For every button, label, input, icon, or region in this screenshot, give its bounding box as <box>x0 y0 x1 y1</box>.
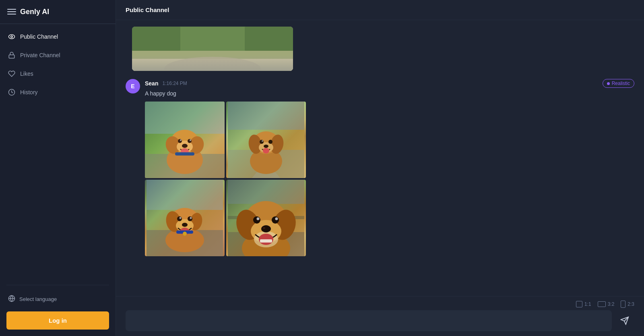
sidebar-item-label: Private Channel <box>20 52 60 58</box>
svg-point-48 <box>188 216 192 221</box>
svg-point-66 <box>272 216 279 224</box>
sidebar-item-likes[interactable]: Likes <box>0 64 116 83</box>
send-icon <box>620 316 629 325</box>
main-content: Public Channel E <box>116 0 644 336</box>
svg-rect-6 <box>132 51 293 71</box>
svg-point-23 <box>182 144 188 148</box>
svg-rect-10 <box>245 27 293 51</box>
message-time: 1:16:24 PM <box>162 81 187 86</box>
app-title: Genly AI <box>20 8 49 16</box>
svg-point-51 <box>182 223 188 227</box>
select-language-label: Select language <box>19 296 57 302</box>
message-item: E Sean 1:16:24 PM Realistic A happy dog <box>126 79 634 256</box>
sidebar-item-label: History <box>20 89 38 95</box>
menu-icon[interactable] <box>7 7 16 16</box>
lock-icon <box>8 52 15 59</box>
svg-rect-72 <box>260 239 272 243</box>
ratio-2-3-icon <box>621 301 625 308</box>
message-body: Sean 1:16:24 PM Realistic A happy dog <box>145 79 634 256</box>
svg-rect-40 <box>147 180 223 210</box>
realistic-badge: Realistic <box>603 79 634 88</box>
svg-rect-25 <box>175 152 194 156</box>
language-icon <box>8 295 15 303</box>
ratio-2-3[interactable]: 2:3 <box>621 301 634 308</box>
dog-image-3[interactable] <box>145 180 225 256</box>
svg-rect-7 <box>132 59 293 71</box>
svg-point-50 <box>190 217 192 219</box>
eye-icon <box>8 33 15 40</box>
input-row <box>126 310 634 336</box>
svg-rect-12 <box>145 102 225 134</box>
top-partial-image <box>132 27 293 71</box>
svg-point-20 <box>188 139 192 143</box>
ratio-3-2[interactable]: 3:2 <box>598 301 615 307</box>
svg-point-69 <box>261 225 271 232</box>
ratio-1-1[interactable]: 1:1 <box>576 301 591 307</box>
svg-point-67 <box>257 218 260 220</box>
clock-icon <box>8 89 15 96</box>
svg-point-38 <box>263 148 269 153</box>
ratio-3-2-icon <box>598 301 606 307</box>
sidebar-item-private-channel[interactable]: Private Channel <box>0 46 116 64</box>
svg-point-65 <box>253 216 260 224</box>
sidebar-header: Genly AI <box>0 0 116 24</box>
svg-point-22 <box>190 139 191 141</box>
svg-rect-56 <box>228 180 304 204</box>
svg-rect-27 <box>228 102 304 130</box>
message-username: Sean <box>145 80 158 87</box>
svg-point-68 <box>275 218 278 220</box>
svg-point-47 <box>177 216 182 221</box>
svg-point-21 <box>180 139 182 141</box>
sidebar-item-label: Likes <box>20 71 33 77</box>
heart-icon <box>8 70 15 77</box>
sidebar-nav: Public Channel Private Channel Likes <box>0 24 116 278</box>
top-image-container <box>126 27 634 71</box>
image-grid <box>145 102 306 256</box>
message-header: Sean 1:16:24 PM Realistic <box>145 79 634 88</box>
svg-point-54 <box>183 232 187 236</box>
svg-point-70 <box>263 227 265 229</box>
dog-image-4[interactable] <box>226 180 306 256</box>
sidebar-item-label: Public Channel <box>20 33 58 40</box>
dog-image-1[interactable] <box>145 102 225 178</box>
dog-image-2[interactable] <box>226 102 306 178</box>
message-input[interactable] <box>126 310 612 331</box>
svg-point-0 <box>9 35 15 39</box>
svg-rect-2 <box>9 55 14 58</box>
bottom-toolbar: 1:1 3:2 2:3 <box>116 296 644 336</box>
sidebar-item-history[interactable]: History <box>0 83 116 102</box>
ratio-1-1-icon <box>576 301 582 307</box>
select-language[interactable]: Select language <box>6 292 109 307</box>
svg-point-49 <box>180 217 182 219</box>
sidebar: Genly AI Public Channel Private Channel <box>0 0 116 336</box>
messages-area[interactable]: E Sean 1:16:24 PM Realistic A happy dog <box>116 20 644 296</box>
avatar: E <box>126 79 140 93</box>
sidebar-bottom: Select language Log in <box>0 278 116 336</box>
main-header: Public Channel <box>116 0 644 20</box>
svg-point-8 <box>164 57 261 71</box>
send-button[interactable] <box>615 311 634 330</box>
svg-rect-9 <box>132 27 180 51</box>
message-text: A happy dog <box>145 90 634 97</box>
svg-point-19 <box>178 139 182 143</box>
svg-point-35 <box>268 140 272 144</box>
svg-point-37 <box>264 145 268 148</box>
svg-point-36 <box>262 140 263 142</box>
sidebar-item-public-channel[interactable]: Public Channel <box>0 27 116 46</box>
svg-point-1 <box>11 36 13 38</box>
ratio-bar: 1:1 3:2 2:3 <box>126 297 634 310</box>
svg-point-34 <box>260 140 264 144</box>
login-button[interactable]: Log in <box>6 311 109 330</box>
sidebar-bottom-divider <box>6 285 109 285</box>
